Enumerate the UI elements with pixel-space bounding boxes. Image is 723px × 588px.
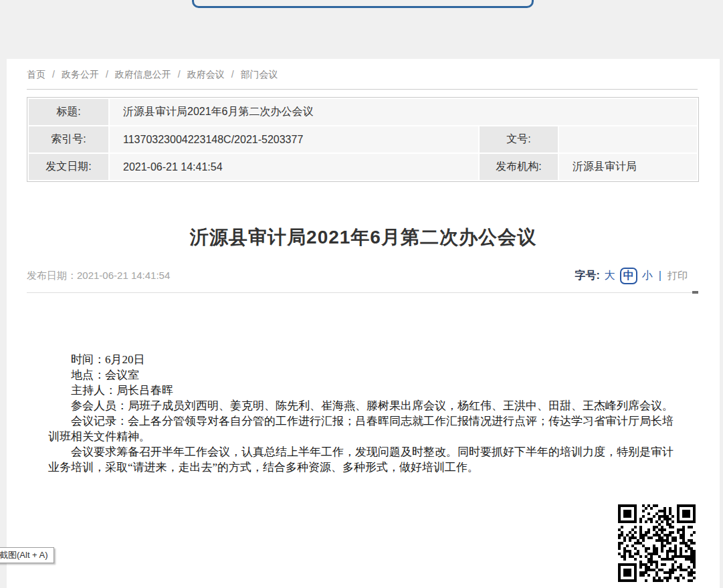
page-title: 沂源县审计局2021年6月第二次办公会议: [7, 225, 720, 250]
print-button[interactable]: 打印: [667, 270, 688, 282]
paragraph-host: 主持人：局长吕春晖: [48, 383, 681, 398]
meta-title-label: 标题:: [28, 98, 109, 126]
meta-date-label: 发文日期:: [28, 153, 109, 181]
breadcrumb-separator: /: [231, 69, 234, 80]
breadcrumb-separator: /: [178, 69, 181, 80]
meta-date-value: 2021-06-21 14:41:54: [109, 153, 479, 181]
font-size-medium-button[interactable]: 中: [620, 268, 637, 284]
paragraph-place: 地点：会议室: [48, 367, 681, 383]
paragraph-time: 时间：6月20日: [48, 352, 681, 367]
table-row: 索引号: 11370323004223148C/2021-5203377 文号:: [28, 126, 698, 153]
title-divider: [27, 292, 698, 293]
paragraph-attendees: 参会人员：局班子成员刘西明、姜克明、陈先利、崔海燕、滕树果出席会议，杨红伟、王洪…: [48, 398, 681, 413]
font-size-controls: 字号: 大 中 小 | 打印: [575, 268, 688, 284]
table-row: 发文日期: 2021-06-21 14:41:54 发布机构: 沂源县审计局: [28, 153, 698, 181]
font-size-large-button[interactable]: 大: [605, 269, 615, 283]
breadcrumb-gov-affairs[interactable]: 政务公开: [62, 69, 99, 80]
font-size-small-button[interactable]: 小: [642, 269, 653, 283]
meta-org-label: 发布机构:: [479, 153, 558, 181]
breadcrumb-separator: /: [52, 69, 55, 80]
qr-code: [615, 502, 698, 585]
breadcrumb-home[interactable]: 首页: [27, 69, 45, 80]
article-body: 时间：6月20日 地点：会议室 主持人：局长吕春晖 参会人员：局班子成员刘西明、…: [48, 352, 681, 475]
paragraph-minutes: 会议记录：会上各分管领导对各自分管的工作进行汇报；吕春晖同志就工作汇报情况进行点…: [48, 413, 681, 444]
font-size-label: 字号:: [575, 269, 600, 283]
paragraph-requirements: 会议要求筹备召开半年工作会议，认真总结上半年工作，发现问题及时整改。同时要抓好下…: [48, 444, 681, 475]
table-row: 标题: 沂源县审计局2021年6月第二次办公会议: [28, 98, 698, 126]
content-panel: 首页/政务公开/政府信息公开/政府会议/部门会议 标题: 沂源县审计局2021年…: [7, 59, 720, 588]
search-input-remnant[interactable]: [192, 0, 534, 8]
meta-title-value: 沂源县审计局2021年6月第二次办公会议: [109, 98, 698, 126]
publish-date: 发布日期：2021-06-21 14:41:54: [27, 270, 170, 282]
breadcrumb-divider: [27, 89, 698, 90]
breadcrumb-gov-info[interactable]: 政府信息公开: [115, 69, 171, 80]
screenshot-tooltip: 截图(Alt + A): [0, 547, 54, 563]
document-meta-table: 标题: 沂源县审计局2021年6月第二次办公会议 索引号: 1137032300…: [27, 97, 699, 182]
breadcrumb: 首页/政务公开/政府信息公开/政府会议/部门会议: [27, 69, 281, 81]
meta-org-value: 沂源县审计局: [558, 153, 698, 181]
meta-index-label: 索引号:: [28, 126, 109, 153]
divider-end-mark: [692, 291, 698, 294]
meta-docnum-label: 文号:: [479, 126, 558, 153]
breadcrumb-gov-meetings[interactable]: 政府会议: [187, 69, 225, 80]
controls-separator: |: [659, 270, 661, 282]
breadcrumb-separator: /: [106, 69, 108, 80]
meta-docnum-value: [558, 126, 698, 153]
page: 首页/政务公开/政府信息公开/政府会议/部门会议 标题: 沂源县审计局2021年…: [0, 0, 723, 588]
meta-index-value: 11370323004223148C/2021-5203377: [109, 126, 479, 153]
publish-info-row: 发布日期：2021-06-21 14:41:54 字号: 大 中 小 | 打印: [7, 266, 720, 285]
breadcrumb-dept-meetings[interactable]: 部门会议: [241, 69, 278, 80]
